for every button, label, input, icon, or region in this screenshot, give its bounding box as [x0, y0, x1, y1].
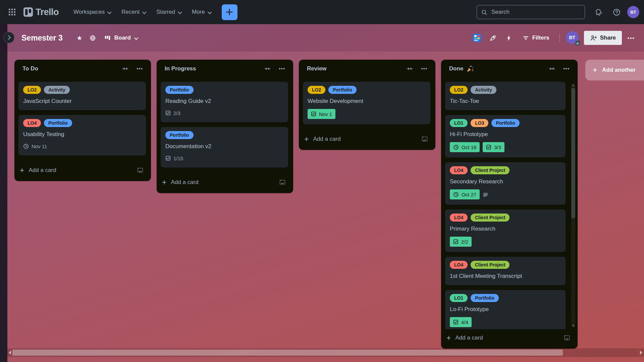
collapse-list-button[interactable] [405, 64, 415, 74]
card-label[interactable]: LO4 [450, 166, 468, 174]
visibility-button[interactable] [86, 31, 100, 45]
create-from-template-button[interactable] [277, 177, 288, 188]
create-from-template-button[interactable] [135, 165, 146, 176]
card-label[interactable]: Portfolio [491, 119, 520, 127]
vertical-scrollbar[interactable] [571, 83, 575, 328]
card-label[interactable]: LO2 [308, 86, 325, 94]
card[interactable]: LO2Activity JavaScript Counter [18, 82, 146, 110]
trello-logo-text: Trello [36, 7, 59, 17]
card[interactable]: Portfolio Documentation v2 1/15 [161, 127, 288, 168]
checklist-icon [453, 239, 459, 244]
list-menu-button[interactable]: ••• [419, 64, 429, 74]
card-label[interactable]: Client Project [471, 261, 509, 269]
card-title: Lo-Fi Prototype [450, 305, 561, 313]
checklist-icon [165, 110, 171, 116]
scroll-left-arrow-icon[interactable] [9, 351, 11, 355]
scroll-up-arrow-icon[interactable] [572, 84, 575, 86]
horizontal-scrollbar-thumb[interactable] [12, 350, 563, 356]
card-label[interactable]: LO2 [23, 86, 41, 94]
card-label[interactable]: LO1 [450, 119, 468, 127]
card-label[interactable]: Portfolio [44, 119, 72, 127]
card[interactable]: LO4Client Project Secondary Research Oct… [445, 162, 566, 205]
create-button[interactable] [222, 4, 237, 20]
card-label[interactable]: LO1 [450, 294, 468, 302]
card-labels: Portfolio [165, 86, 283, 94]
create-from-template-button[interactable] [419, 134, 430, 144]
card-label[interactable]: LO4 [450, 261, 468, 269]
scroll-right-arrow-icon[interactable] [640, 351, 642, 355]
board-view-switcher[interactable]: Board [104, 35, 138, 41]
list-menu-button[interactable]: ••• [135, 64, 145, 74]
badge-text: Oct 27 [462, 192, 476, 197]
planner-button[interactable] [470, 31, 484, 45]
card-label[interactable]: Portfolio [165, 131, 194, 139]
notifications-button[interactable] [591, 5, 606, 19]
nav-right-cluster: BT [477, 5, 639, 19]
filters-button[interactable]: Filters [519, 32, 553, 44]
card-label[interactable]: Portfolio [471, 294, 499, 302]
board-member-avatar[interactable]: BT [566, 31, 579, 45]
list-header: Done ••• [441, 60, 578, 76]
trello-logo[interactable]: Trello [23, 7, 59, 17]
badge-text: 2/3 [173, 110, 180, 116]
nav-item-recent[interactable]: Recent [116, 5, 151, 19]
add-card-button[interactable]: + Add a card [446, 334, 483, 342]
share-button[interactable]: Share [584, 31, 622, 45]
card-label[interactable]: Client Project [471, 214, 509, 222]
card[interactable]: LO1Portfolio Lo-Fi Prototype 4/4 [445, 290, 566, 329]
power-ups-button[interactable] [486, 31, 500, 45]
search-box[interactable] [477, 5, 585, 19]
nav-item-workspaces[interactable]: Workspaces [68, 5, 116, 19]
collapse-list-button[interactable] [262, 64, 272, 74]
add-list-button[interactable]: + Add another [585, 60, 644, 80]
card[interactable]: Portfolio Reading Guide v2 2/3 [161, 82, 288, 122]
list-title: To Do [22, 65, 38, 72]
nav-item-starred[interactable]: Starred [151, 5, 186, 19]
card-label[interactable]: LO4 [450, 214, 468, 222]
card[interactable]: LO4Portfolio Usability Testing Nov 11 [18, 115, 146, 156]
card-label[interactable]: Portfolio [165, 86, 194, 94]
star-board-button[interactable]: ★ [73, 31, 86, 45]
card-label[interactable]: Activity [471, 86, 496, 94]
create-from-template-button[interactable] [561, 333, 572, 343]
board-title[interactable]: Semester 3 [21, 34, 63, 43]
plus-icon: + [20, 167, 24, 174]
automation-button[interactable] [502, 31, 516, 45]
expand-sidebar-button[interactable] [3, 32, 14, 43]
nav-item-more[interactable]: More [186, 5, 216, 19]
add-card-button[interactable]: + Add a card [162, 179, 199, 186]
horizontal-scrollbar[interactable] [7, 348, 644, 357]
collapse-list-icon [407, 66, 413, 71]
ellipsis-icon: ••• [628, 35, 635, 41]
collapse-list-button[interactable] [547, 64, 557, 74]
help-button[interactable] [609, 5, 624, 19]
card-label[interactable]: LO3 [471, 119, 488, 127]
card-label[interactable]: Activity [44, 86, 70, 94]
card-label[interactable]: Portfolio [328, 86, 357, 94]
add-card-row: + Add a card [299, 130, 435, 150]
card[interactable]: LO1LO3Portfolio Hi-Fi Prototype Oct 183/… [445, 115, 566, 158]
scroll-down-arrow-icon[interactable] [572, 325, 575, 326]
add-card-button[interactable]: + Add a card [20, 167, 56, 174]
card[interactable]: LO2Portfolio Website Development Nov 1 [303, 82, 430, 124]
list-menu-button[interactable]: ••• [561, 64, 572, 74]
card-template-icon [421, 136, 428, 142]
board-menu-button[interactable]: ••• [625, 31, 638, 45]
search-input[interactable] [491, 8, 581, 16]
card[interactable]: LO2Activity Tic-Tac-Toe [445, 82, 566, 110]
list-menu-button[interactable]: ••• [277, 64, 287, 74]
ellipsis-icon: ••• [137, 66, 143, 71]
board-view-label: Board [114, 35, 131, 41]
card-label[interactable]: LO4 [23, 119, 41, 127]
card-label[interactable]: Client Project [471, 166, 509, 174]
app-switcher-icon[interactable] [5, 5, 19, 19]
user-avatar[interactable]: BT [627, 6, 639, 18]
collapse-list-button[interactable] [120, 64, 130, 74]
card-labels: LO2Activity [23, 86, 141, 94]
card-label[interactable]: LO2 [450, 86, 468, 94]
add-card-button[interactable]: + Add a card [304, 135, 341, 143]
collapsed-sidebar[interactable] [0, 24, 7, 362]
card[interactable]: LO4Client Project 1st Client Meeting Tra… [445, 257, 566, 285]
card[interactable]: LO4Client Project Primary Research 2/2 [445, 209, 566, 252]
vertical-scrollbar-thumb[interactable] [571, 88, 575, 219]
